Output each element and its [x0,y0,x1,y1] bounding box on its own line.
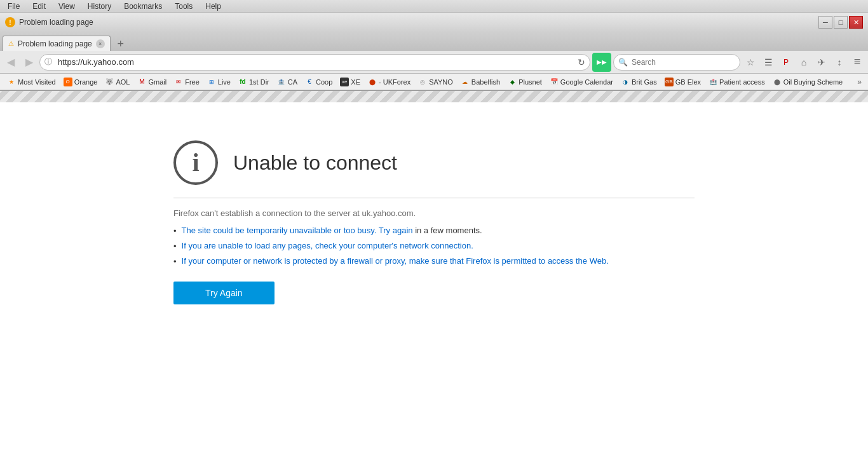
bookmark-label: Patient access [719,78,765,86]
plusnet-icon: ◆ [508,78,517,86]
bookmark-sayno[interactable]: ◎ SAYNO [415,76,456,88]
bookmark-label: Coop [316,78,332,86]
bookmark-label: Gmail [148,78,166,86]
babelfish-icon: ☁ [461,78,470,86]
bookmark-label: Plusnet [519,78,542,86]
address-info-icon: ⓘ [44,57,52,67]
try-again-button[interactable]: Try Again [173,282,275,304]
menu-view[interactable]: View [53,1,80,12]
brit-gas-icon: ◑ [621,78,630,86]
firstdir-icon: fd [238,78,247,86]
sayno-icon: ◎ [418,78,427,86]
bullet-1: • [173,226,177,236]
error-divider [173,198,695,198]
error-text-1: in a few moments. [413,226,482,235]
bookmark-label: AOL [116,78,130,86]
error-subtitle: Firefox can't establish a connection to … [173,208,695,218]
bookmark-1stdir[interactable]: fd 1st Dir [235,76,273,88]
menu-bookmarks[interactable]: Bookmarks [119,1,167,12]
address-input[interactable] [39,54,590,71]
menu-bar: File Edit View History Bookmarks Tools H… [0,0,868,13]
free-icon: ✉ [174,78,183,86]
address-bar-container: ⓘ ↻ [39,54,590,71]
home-button[interactable]: ⌂ [796,54,812,71]
patient-access-icon: 🏥 [709,78,717,86]
bookmark-ukforex[interactable]: ⬤ - UKForex [365,76,414,88]
live-icon: ⊞ [207,78,216,86]
search-container: 🔍 [613,54,740,71]
reader-button[interactable]: ☰ [760,54,776,71]
bookmark-label: 1st Dir [249,78,269,86]
bookmark-label: Oil Buying Scheme [783,78,843,86]
bookmark-google-calendar[interactable]: 📅 Google Calendar [546,76,616,88]
bookmark-label: Babelfish [471,78,500,86]
bookmark-babelfish[interactable]: ☁ Babelfish [458,76,503,88]
tab-bar: ⚠ Problem loading page × + [0,32,868,51]
bullet-2: • [173,241,177,251]
bookmark-oil-buying[interactable]: ⬤ Oil Buying Scheme [770,76,846,88]
bookmark-ca[interactable]: 🏦 CA [274,76,301,88]
error-link-2[interactable]: If you are unable to load any pages, che… [182,241,473,250]
error-bullet-2: • If you are unable to load any pages, c… [173,241,695,251]
star-button[interactable]: ☆ [742,54,759,71]
menu-file[interactable]: File [3,1,25,12]
menu-edit[interactable]: Edit [27,1,51,12]
forward-button[interactable]: ▶ [21,54,37,71]
pocket-button[interactable]: ▶▶ [592,53,611,72]
aol-icon: 🐺 [105,78,114,86]
bookmark-brit-gas[interactable]: ◑ Brit Gas [618,76,660,88]
new-tab-button[interactable]: + [113,37,128,51]
bookmark-label: - UKForex [379,78,410,86]
bookmark-plusnet[interactable]: ◆ Plusnet [505,76,545,88]
xe-icon: xe [340,78,349,86]
tab-label: Problem loading page [18,39,92,48]
info-circle-icon: i [173,140,218,185]
bookmark-label: Most Visited [18,78,56,86]
share-button[interactable]: ✈ [813,54,830,71]
ca-icon: 🏦 [277,78,286,86]
nav-bar: ◀ ▶ ⓘ ↻ ▶▶ 🔍 ☆ ☰ P ⌂ ✈ ↕ ≡ [0,51,868,74]
bookmark-patient-access[interactable]: 🏥 Patient access [705,76,768,88]
restore-button[interactable]: □ [834,16,848,29]
menu-history[interactable]: History [83,1,116,12]
title-bar: ! Problem loading page ─ □ ✕ [0,13,868,32]
error-title: Unable to connect [233,151,397,175]
error-link-3[interactable]: If your computer or network is protected… [182,256,609,266]
active-tab[interactable]: ⚠ Problem loading page × [3,36,111,51]
warning-icon: ! [5,17,15,27]
error-link-1[interactable]: The site could be temporarily unavailabl… [182,226,413,235]
bullet-3: • [173,257,177,266]
bookmark-coop[interactable]: € Coop [302,76,336,88]
bookmark-gb-elex[interactable]: GB GB Elex [661,76,704,88]
orange-icon: O [64,78,72,86]
bookmark-gmail[interactable]: M Gmail [134,76,170,88]
close-button[interactable]: ✕ [849,16,863,29]
coop-icon: € [305,78,314,86]
bookmarks-bar: ★ Most Visited O Orange 🐺 AOL M Gmail ✉ … [0,74,868,90]
back-button[interactable]: ◀ [3,54,19,71]
bookmark-xe[interactable]: xe XE [337,76,363,88]
bookmarks-more-button[interactable]: » [855,76,864,88]
bookmark-aol[interactable]: 🐺 AOL [102,76,133,88]
error-header: i Unable to connect [173,140,695,185]
window-title: Problem loading page [19,18,93,27]
search-input[interactable] [613,54,740,71]
bookmark-free[interactable]: ✉ Free [171,76,203,88]
pocket-save-button[interactable]: P [778,54,794,71]
menu-tools[interactable]: Tools [170,1,198,12]
bookmark-live[interactable]: ⊞ Live [204,76,234,88]
bookmark-most-visited[interactable]: ★ Most Visited [4,76,59,88]
bookmark-label: CA [288,78,297,86]
bookmark-label: Free [185,78,200,86]
tab-close-button[interactable]: × [96,39,105,48]
bookmark-label: XE [351,78,360,86]
bookmark-label: Google Calendar [560,78,613,86]
refresh-button[interactable]: ↻ [575,56,588,69]
minimize-button[interactable]: ─ [818,16,832,29]
bookmark-orange[interactable]: O Orange [60,76,101,88]
bookmark-label: GB Elex [675,78,701,86]
sync-button[interactable]: ↕ [831,54,848,71]
menu-button[interactable]: ≡ [849,54,865,71]
menu-help[interactable]: Help [200,1,226,12]
bookmark-label: Brit Gas [632,78,657,86]
